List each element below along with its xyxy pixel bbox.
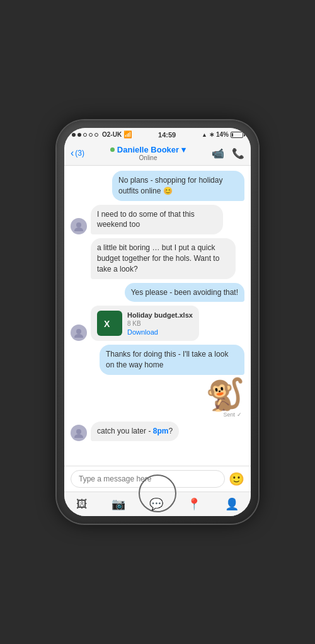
message-row-received-2: I need to do some of that this weekend t…	[71, 205, 244, 235]
signal-dot-4	[89, 133, 93, 137]
phone-frame: O2-UK 📶 14:59 ▲ ∗ 14% ‹ (3)	[57, 120, 258, 524]
status-bar: O2-UK 📶 14:59 ▲ ∗ 14%	[64, 128, 251, 141]
battery-label: 14%	[216, 131, 229, 138]
nav-actions: 📹 📞	[212, 147, 244, 159]
dropdown-icon[interactable]: ▾	[181, 145, 186, 154]
chat-area: No plans - shopping for holiday outfits …	[64, 166, 251, 466]
contact-status-text: Online	[87, 154, 209, 161]
file-info: Holiday budget.xlsx 8 KB Download	[127, 311, 193, 336]
msg-text-4: Yes please - been avoiding that!	[131, 288, 238, 297]
phone-screen: O2-UK 📶 14:59 ▲ ∗ 14% ‹ (3)	[64, 128, 251, 516]
msg-text-9-suffix: ?	[168, 427, 173, 435]
excel-file-icon: X	[97, 311, 122, 336]
back-count: (3)	[75, 149, 84, 158]
msg-text-3: a little bit boring … but I put a quick …	[97, 243, 219, 273]
nav-bar: ‹ (3) Danielle Booker ▾ Online 📹 📞	[64, 141, 251, 166]
carrier-label: O2-UK	[102, 131, 122, 138]
avatar-received	[71, 218, 87, 234]
signal-dot-2	[77, 133, 81, 137]
message-row-sticker: 🐒	[71, 379, 244, 410]
monkey-sticker: 🐒	[205, 379, 244, 410]
back-arrow-icon: ‹	[71, 147, 74, 159]
camera-icon[interactable]: 📷	[112, 497, 125, 511]
status-time: 14:59	[158, 131, 176, 139]
bubble-sent-1: No plans - shopping for holiday outfits …	[112, 171, 244, 201]
phone-call-icon[interactable]: 📞	[232, 147, 244, 159]
sent-status-label: Sent ✓	[71, 411, 242, 418]
bubble-received-9: catch you later - 8pm?	[91, 422, 179, 441]
svg-point-2	[76, 329, 81, 334]
sent-text: Sent	[223, 411, 235, 418]
location-pin-icon[interactable]: 📍	[187, 497, 201, 511]
avatar-file	[71, 325, 87, 341]
file-name: Holiday budget.xlsx	[127, 311, 193, 319]
svg-point-3	[74, 334, 83, 338]
file-bubble: X Holiday budget.xlsx 8 KB Download	[91, 306, 199, 341]
battery-fill	[232, 133, 233, 137]
svg-point-0	[76, 222, 81, 227]
video-call-icon[interactable]: 📹	[212, 147, 224, 159]
contact-name-text: Danielle Booker	[117, 145, 179, 154]
message-row-sent-6: Thanks for doing this - I'll take a look…	[71, 345, 244, 375]
back-button[interactable]: ‹ (3)	[71, 147, 84, 159]
avatar-received-9	[71, 425, 87, 441]
online-status-dot	[110, 147, 115, 152]
sent-checkmark-icon: ✓	[237, 411, 242, 418]
message-row-sent-4: Yes please - been avoiding that!	[71, 283, 244, 302]
svg-text:X: X	[104, 319, 110, 329]
bubble-received-3: a little bit boring … but I put a quick …	[91, 238, 236, 279]
wifi-icon: 📶	[123, 130, 132, 139]
msg-highlight-time: 8pm	[153, 427, 169, 435]
message-row-file: X Holiday budget.xlsx 8 KB Download	[71, 306, 244, 341]
msg-text-6: Thanks for doing this - I'll take a look…	[106, 350, 228, 369]
contact-info: Danielle Booker ▾ Online	[87, 145, 209, 161]
signal-dot-5	[94, 133, 98, 137]
home-button[interactable]	[139, 474, 176, 512]
svg-point-7	[74, 434, 83, 438]
bluetooth-icon: ∗	[209, 131, 214, 138]
status-left: O2-UK 📶	[72, 130, 132, 139]
file-size: 8 KB	[127, 320, 193, 327]
message-row-sent-1: No plans - shopping for holiday outfits …	[71, 171, 244, 201]
download-button[interactable]: Download	[127, 328, 193, 336]
contact-name: Danielle Booker ▾	[87, 145, 209, 154]
signal-dot-1	[72, 133, 76, 137]
battery-icon	[231, 132, 243, 138]
location-icon: ▲	[202, 132, 207, 138]
gallery-icon[interactable]: 🖼	[76, 498, 88, 511]
svg-point-1	[74, 227, 83, 231]
message-row-received-9: catch you later - 8pm?	[71, 422, 244, 441]
bubble-sent-4: Yes please - been avoiding that!	[125, 283, 244, 302]
msg-text-1: No plans - shopping for holiday outfits …	[118, 176, 222, 195]
message-row-received-3: a little bit boring … but I put a quick …	[71, 238, 244, 279]
bubble-received-2: I need to do some of that this weekend t…	[91, 205, 223, 235]
signal-dot-3	[83, 133, 87, 137]
contact-icon[interactable]: 👤	[225, 497, 239, 511]
svg-point-6	[76, 429, 81, 434]
status-right: ▲ ∗ 14%	[202, 131, 243, 138]
bubble-sent-6: Thanks for doing this - I'll take a look…	[100, 345, 244, 375]
msg-text-9-prefix: catch you later -	[97, 427, 153, 435]
msg-text-2: I need to do some of that this weekend t…	[97, 210, 195, 229]
emoji-button[interactable]: 🙂	[229, 471, 244, 486]
